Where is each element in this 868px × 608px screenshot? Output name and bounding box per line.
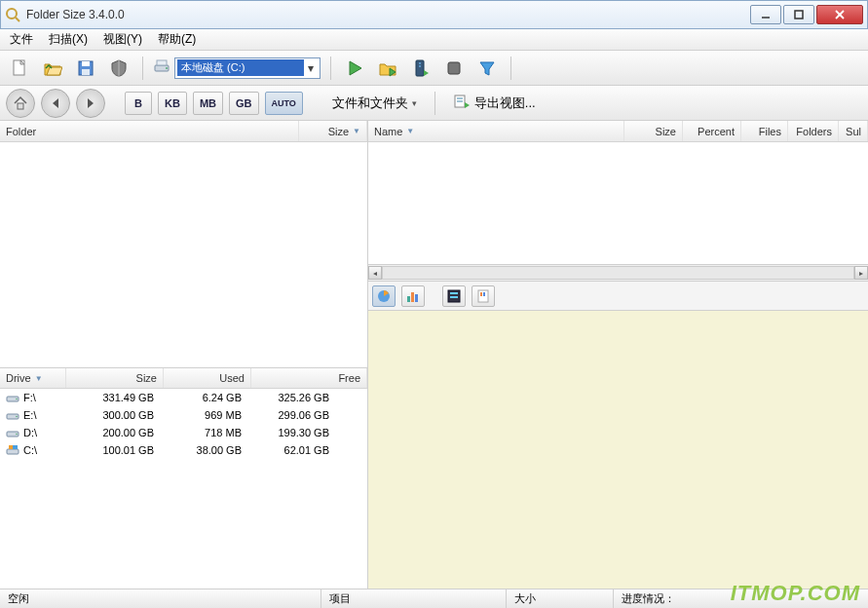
menu-scan[interactable]: 扫描(X) [43,29,94,50]
horizontal-scrollbar[interactable]: ◂ ▸ [368,264,868,282]
drive-combo[interactable]: 本地磁盘 (C:) ▾ [174,57,321,79]
drive-size: 331.49 GB [66,392,164,403]
status-items: 项目 [321,589,507,608]
col-name[interactable]: Name▼ [368,121,624,141]
chart-details-tab[interactable] [442,285,466,307]
svg-marker-14 [350,61,361,75]
drive-row[interactable]: D:\200.00 GB718 MB199.30 GB [0,424,367,441]
drive-row[interactable]: C:\100.01 GB38.00 GB62.01 GB [0,441,367,459]
svg-rect-40 [415,294,418,302]
save-button[interactable] [72,55,99,82]
chart-bar-tab[interactable] [401,285,425,307]
left-pane: Folder Size▼ Drive▼ Size Used Free F:\33… [0,121,368,589]
export-icon [453,93,471,113]
drive-free: 199.30 GB [251,427,339,438]
unit-kb-button[interactable]: KB [158,92,187,115]
close-button[interactable] [816,5,863,24]
col-files[interactable]: Files [741,121,788,141]
scan-play-button[interactable] [341,55,368,82]
folder-list[interactable] [0,142,367,367]
titlebar: Folder Size 3.4.0.0 [0,0,868,29]
drive-free: 325.26 GB [251,392,339,403]
drive-size: 200.00 GB [66,427,164,438]
chart-area [368,311,868,589]
folder-list-header: Folder Size▼ [0,121,367,142]
main-area: Folder Size▼ Drive▼ Size Used Free F:\33… [0,121,868,589]
scroll-track[interactable] [382,266,854,280]
forward-button[interactable] [76,89,105,118]
unit-mb-button[interactable]: MB [193,92,223,115]
menu-help[interactable]: 帮助(Z) [152,29,202,50]
chart-report-tab[interactable] [472,285,495,307]
files-folders-dropdown[interactable]: 文件和文件夹 ▾ [324,93,425,114]
export-view-button[interactable]: 导出视图... [445,91,544,115]
col-percent[interactable]: Percent [683,121,741,141]
menubar: 文件 扫描(X) 视图(Y) 帮助(Z) [0,29,868,51]
unit-auto-button[interactable]: AUTO [265,92,303,115]
col-size[interactable]: Size▼ [299,121,367,141]
drive-used: 969 MB [164,409,251,421]
separator [142,57,143,80]
unit-b-button[interactable]: B [125,92,152,115]
minimize-button[interactable] [750,5,781,24]
export-view-label: 导出视图... [474,95,536,112]
col-file-size[interactable]: Size [624,121,683,141]
col-sub[interactable]: Sul [839,121,868,141]
scan-folder-button[interactable] [374,55,401,82]
drive-free: 62.01 GB [251,444,339,456]
sort-desc-icon: ▼ [406,127,414,135]
file-list[interactable] [368,142,868,264]
scroll-left-button[interactable]: ◂ [368,266,382,280]
window-title: Folder Size 3.4.0.0 [26,8,750,21]
drive-row[interactable]: E:\300.00 GB969 MB299.06 GB [0,406,367,424]
col-folder[interactable]: Folder [0,121,299,141]
home-button[interactable] [6,89,35,118]
drive-name: D:\ [23,427,37,438]
menu-view[interactable]: 视图(Y) [97,29,148,50]
svg-rect-39 [411,292,414,302]
filter-button[interactable] [473,55,501,82]
svg-marker-19 [424,70,429,76]
drive-name: E:\ [23,409,36,421]
chevron-down-icon: ▾ [412,98,417,108]
drive-size: 100.01 GB [66,444,164,456]
drive-size: 300.00 GB [66,409,164,421]
col-drive[interactable]: Drive▼ [0,368,66,388]
svg-rect-45 [480,292,482,296]
status-size: 大小 [507,589,614,608]
svg-point-12 [166,67,168,69]
drive-icon [6,427,19,438]
drive-used: 38.00 GB [164,444,251,456]
toolbar-main: 本地磁盘 (C:) ▾ [0,51,868,86]
shield-button[interactable] [105,55,132,82]
toolbar-secondary: B KB MB GB AUTO 文件和文件夹 ▾ 导出视图... [0,86,868,121]
drive-prefix-icon [153,57,170,78]
svg-point-33 [16,434,18,436]
maximize-button[interactable] [783,5,814,24]
svg-rect-36 [9,445,13,449]
menu-file[interactable]: 文件 [4,29,39,50]
col-folders[interactable]: Folders [788,121,839,141]
col-drive-free[interactable]: Free [251,368,367,388]
chart-pie-tab[interactable] [372,285,396,307]
sort-desc-icon: ▼ [353,127,360,135]
drive-icon [6,392,19,403]
new-file-button[interactable] [6,55,33,82]
open-folder-button[interactable] [39,55,66,82]
status-idle: 空闲 [0,589,321,608]
drive-list[interactable]: F:\331.49 GB6.24 GB325.26 GBE:\300.00 GB… [0,389,367,589]
server-button[interactable] [407,55,434,82]
drive-name: F:\ [23,392,36,403]
separator [434,92,435,115]
stop-button[interactable] [440,55,468,82]
chart-tabs [368,282,868,311]
svg-point-31 [16,416,18,418]
scroll-right-button[interactable]: ▸ [854,266,868,280]
svg-rect-13 [157,60,167,65]
col-drive-size[interactable]: Size [66,368,164,388]
col-drive-used[interactable]: Used [164,368,251,388]
back-button[interactable] [41,89,70,118]
statusbar: 空闲 项目 大小 进度情况： [0,589,868,608]
drive-row[interactable]: F:\331.49 GB6.24 GB325.26 GB [0,389,367,406]
unit-gb-button[interactable]: GB [229,92,259,115]
